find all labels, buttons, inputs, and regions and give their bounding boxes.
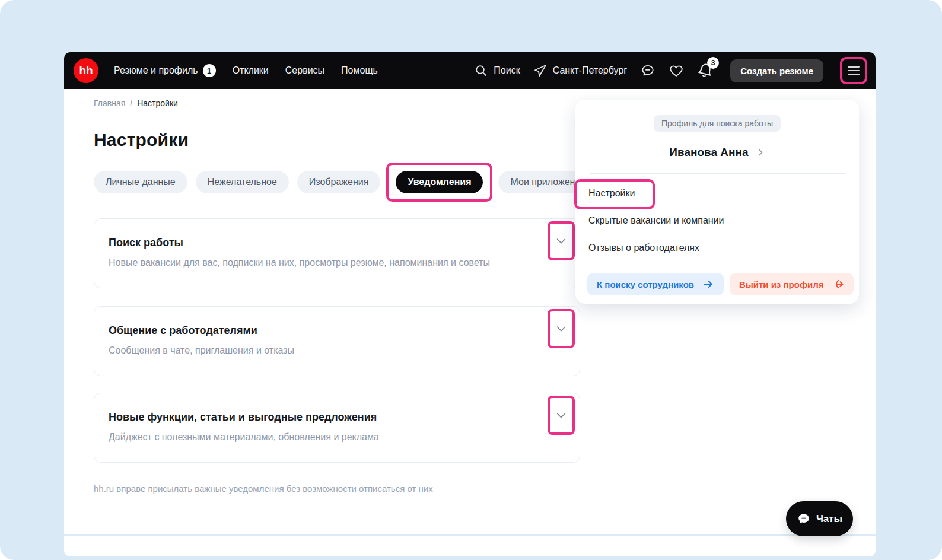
hamburger-icon (848, 66, 860, 75)
location-label: Санкт-Петербург (553, 65, 627, 76)
search-icon (474, 63, 488, 78)
logout-label: Выйти из профиля (739, 279, 823, 289)
page-title: Настройки (94, 130, 189, 150)
logout-button[interactable]: Выйти из профиля (730, 273, 853, 295)
notification-group-news-offers: Новые функции, статьи и выгодные предлож… (94, 393, 580, 463)
breadcrumb-current: Настройки (137, 98, 178, 108)
notification-group-employer-communication: Общение с работодателями Сообщения в чат… (94, 306, 580, 376)
location-icon (533, 63, 548, 78)
chat-bubble-icon (640, 63, 655, 78)
settings-tabs: Личные данные Нежелательное Изображения … (94, 171, 587, 193)
nav-help-label: Помощь (341, 65, 378, 76)
card-title: Новые функции, статьи и выгодные предлож… (109, 411, 538, 424)
nav-help[interactable]: Помощь (341, 65, 378, 76)
tab-images[interactable]: Изображения (297, 171, 381, 193)
main-nav: Резюме и профиль 1 Отклики Сервисы Помощ… (114, 64, 378, 77)
resume-count-badge: 1 (203, 64, 216, 77)
logout-icon (832, 278, 844, 290)
notifications-count-badge: 3 (707, 57, 719, 69)
profile-dropdown-menu: Профиль для поиска работы Иванова Анна Н… (575, 100, 859, 304)
menu-item-employer-reviews[interactable]: Отзывы о работодателях (575, 234, 859, 262)
profile-name: Иванова Анна (669, 146, 748, 159)
profile-type-badge: Профиль для поиска работы (654, 115, 781, 132)
nav-services-label: Сервисы (285, 65, 324, 76)
chevron-down-icon (555, 409, 568, 422)
search-label: Поиск (494, 65, 520, 76)
chevron-right-icon (756, 148, 765, 157)
tab-personal-data[interactable]: Личные данные (94, 171, 187, 193)
mandatory-notifications-note: hh.ru вправе присылать важные уведомлени… (94, 483, 433, 494)
heart-icon (669, 63, 684, 78)
chats-icon (797, 512, 811, 526)
breadcrumb-separator: / (130, 98, 132, 108)
location-selector[interactable]: Санкт-Петербург (533, 63, 627, 78)
nav-services[interactable]: Сервисы (285, 65, 324, 76)
create-resume-button[interactable]: Создать резюме (730, 59, 823, 82)
breadcrumb-home[interactable]: Главная (94, 98, 125, 108)
nav-resume-profile[interactable]: Резюме и профиль 1 (114, 64, 216, 77)
nav-responses-label: Отклики (233, 65, 269, 76)
chat-bubble-button[interactable] (640, 63, 655, 78)
expand-employer-communication-button[interactable] (548, 309, 575, 348)
card-subtitle: Новые вакансии для вас, подписки на них,… (109, 257, 538, 268)
nav-resume-profile-label: Резюме и профиль (114, 65, 198, 76)
menu-divider (590, 173, 845, 174)
chats-label: Чаты (816, 513, 842, 525)
chats-floating-button[interactable]: Чаты (786, 501, 853, 536)
profile-name-link[interactable]: Иванова Анна (575, 146, 859, 159)
expand-news-offers-button[interactable] (548, 396, 575, 435)
menu-item-hidden-vacancies[interactable]: Скрытые вакансии и компании (575, 207, 859, 234)
page-background: hh Резюме и профиль 1 Отклики Сервисы По… (0, 0, 942, 560)
menu-item-settings[interactable]: Настройки (575, 180, 859, 207)
tab-undesirable[interactable]: Нежелательное (196, 171, 289, 193)
breadcrumb: Главная / Настройки (94, 98, 178, 108)
card-subtitle: Сообщения в чате, приглашения и отказы (109, 345, 538, 356)
expand-job-search-button[interactable] (548, 221, 575, 260)
top-navigation-bar: hh Резюме и профиль 1 Отклики Сервисы По… (64, 52, 876, 89)
arrow-right-icon (702, 278, 714, 290)
tab-notifications[interactable]: Уведомления (396, 171, 483, 193)
footer-divider (64, 534, 876, 536)
tab-my-applications[interactable]: Мои приложен (498, 171, 587, 193)
notifications-tab-highlight: Уведомления (386, 163, 492, 202)
card-title: Общение с работодателями (109, 324, 538, 337)
card-subtitle: Дайджест с полезными материалами, обновл… (109, 432, 538, 443)
notifications-button[interactable]: 3 (697, 62, 714, 79)
hamburger-menu-button[interactable] (840, 57, 867, 84)
header-right-group: Поиск Санкт-Петербург (474, 57, 867, 84)
search-button[interactable]: Поиск (474, 63, 520, 78)
hh-logo[interactable]: hh (74, 58, 98, 83)
favorites-button[interactable] (669, 63, 684, 78)
switch-to-employer-button[interactable]: К поиску сотрудников (587, 273, 724, 295)
switch-to-employer-label: К поиску сотрудников (597, 279, 694, 289)
notification-group-job-search: Поиск работы Новые вакансии для вас, под… (94, 218, 580, 288)
card-title: Поиск работы (109, 237, 538, 249)
browser-content-window: hh Резюме и профиль 1 Отклики Сервисы По… (64, 52, 876, 556)
nav-responses[interactable]: Отклики (233, 65, 269, 76)
chevron-down-icon (555, 322, 568, 335)
chevron-down-icon (555, 234, 568, 247)
